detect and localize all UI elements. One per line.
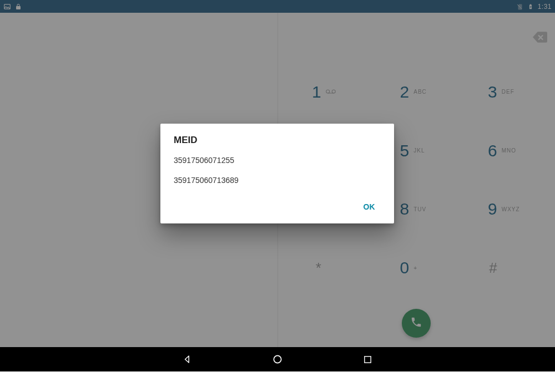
ok-button[interactable]: OK [357,198,381,216]
meid-value-2: 359175060713689 [174,176,381,185]
nav-home-button[interactable] [271,353,284,365]
meid-value-1: 35917506071255 [174,156,381,165]
meid-dialog: MEID 35917506071255 359175060713689 OK [160,124,394,223]
device-screen: 1:31 1 2ABC 3DEF 4GHI 5JKL 6MNO 7PQRS 8T… [0,0,555,347]
navigation-bar [0,347,555,371]
nav-back-button[interactable] [181,353,194,365]
nav-recents-button[interactable] [361,353,374,365]
dialog-title: MEID [174,135,381,146]
dialog-actions: OK [174,196,381,219]
svg-point-3 [274,355,281,363]
svg-rect-4 [364,356,370,362]
